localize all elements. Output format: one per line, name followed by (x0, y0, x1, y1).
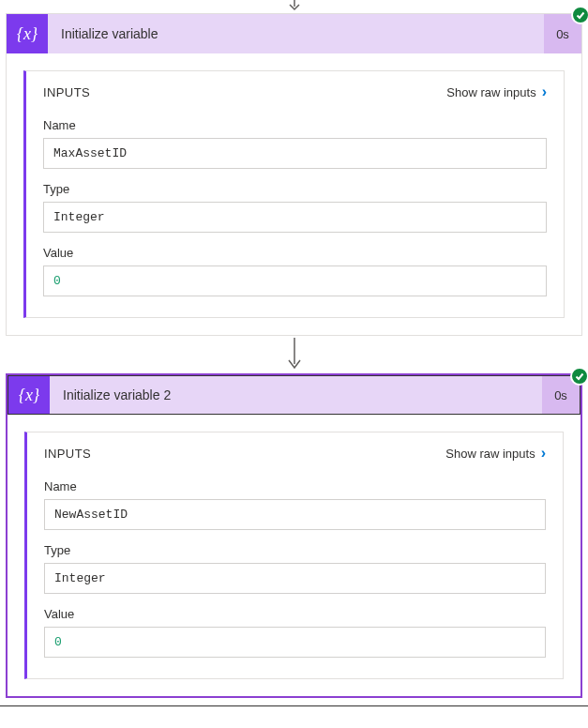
show-raw-inputs-link[interactable]: Show raw inputs › (445, 446, 546, 461)
flow-arrow-middle (0, 336, 588, 373)
field-value-type[interactable]: Integer (43, 202, 547, 233)
show-raw-inputs-link[interactable]: Show raw inputs › (446, 84, 547, 99)
bottom-divider (0, 705, 588, 706)
field-label-value: Value (43, 246, 547, 260)
action-card-initialize-variable[interactable]: {x} Initialize variable 0s INPUTS Show r… (6, 13, 582, 336)
chevron-right-icon: › (541, 446, 546, 461)
chevron-right-icon: › (542, 84, 547, 99)
show-raw-inputs-label: Show raw inputs (445, 447, 535, 461)
field-label-value: Value (44, 607, 546, 621)
card-title: Initialize variable (48, 14, 544, 53)
card-header[interactable]: {x} Initialize variable 2 0s (8, 375, 580, 415)
success-check-icon (570, 367, 588, 386)
field-value-name[interactable]: MaxAssetID (43, 138, 547, 169)
card-header[interactable]: {x} Initialize variable 0s (7, 14, 581, 53)
success-check-icon (571, 6, 588, 24)
show-raw-inputs-label: Show raw inputs (446, 85, 535, 99)
card-body: INPUTS Show raw inputs › Name MaxAssetID… (7, 53, 581, 335)
action-card-initialize-variable-2[interactable]: {x} Initialize variable 2 0s INPUTS Show… (6, 373, 582, 698)
field-value-type[interactable]: Integer (44, 563, 546, 594)
card-title: Initialize variable 2 (50, 376, 542, 414)
flow-arrow-top (0, 0, 588, 13)
card-body: INPUTS Show raw inputs › Name NewAssetID… (8, 415, 580, 696)
field-label-type: Type (44, 543, 546, 557)
field-value-name[interactable]: NewAssetID (44, 499, 546, 530)
field-label-name: Name (43, 118, 547, 132)
section-title: INPUTS (44, 447, 91, 461)
field-label-name: Name (44, 479, 546, 493)
variable-icon: {x} (7, 14, 48, 53)
inputs-section: INPUTS Show raw inputs › Name MaxAssetID… (23, 70, 565, 318)
inputs-section: INPUTS Show raw inputs › Name NewAssetID… (24, 432, 564, 679)
section-title: INPUTS (43, 85, 90, 99)
variable-icon: {x} (8, 376, 50, 414)
field-value-value[interactable]: 0 (43, 265, 547, 296)
field-label-type: Type (43, 182, 547, 196)
field-value-value[interactable]: 0 (44, 627, 546, 658)
